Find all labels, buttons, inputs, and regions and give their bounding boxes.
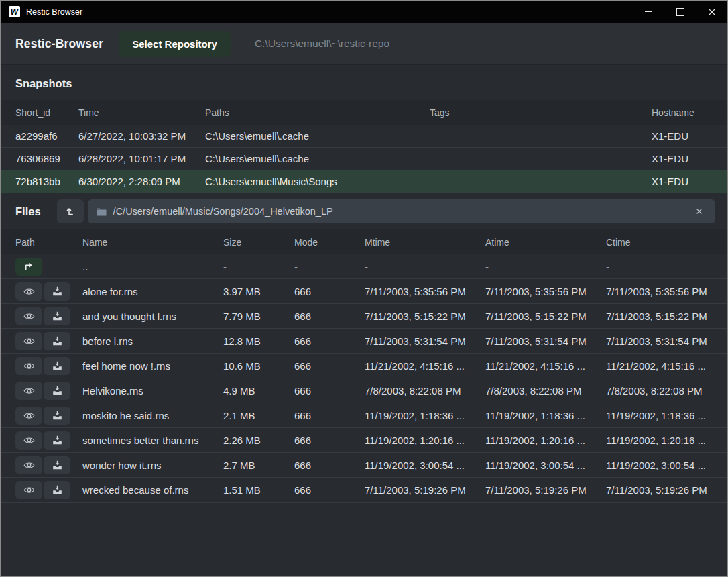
download-file-button[interactable] xyxy=(44,307,70,325)
breadcrumb-path-text: /C/Users/emuell/Music/Songs/2004_Helveti… xyxy=(113,206,333,217)
file-ctime: - xyxy=(606,261,727,272)
file-ctime: 11/19/2002, 3:00:54 ... xyxy=(606,460,727,471)
file-name: feel home now !.rns xyxy=(82,360,223,372)
download-file-button[interactable] xyxy=(44,456,70,474)
preview-file-button[interactable] xyxy=(15,407,42,425)
download-file-button[interactable] xyxy=(44,481,70,499)
file-row: alone for.rns 3.97 MB 666 7/11/2003, 5:3… xyxy=(1,279,727,304)
column-header-ctime: Ctime xyxy=(606,237,727,248)
file-mode: 666 xyxy=(294,335,365,347)
snapshot-short-id: a2299af6 xyxy=(15,130,78,142)
eye-icon xyxy=(23,411,35,420)
clear-path-button[interactable] xyxy=(692,204,707,219)
preview-file-button[interactable] xyxy=(15,431,42,450)
snapshots-table-header: Short_id Time Paths Tags Hostname xyxy=(1,100,727,125)
column-header-hostname: Hostname xyxy=(652,107,727,118)
maximize-button[interactable] xyxy=(664,1,696,23)
go-up-button[interactable] xyxy=(15,258,42,276)
maximize-icon xyxy=(676,8,684,16)
window-titlebar: W Restic Browser xyxy=(1,1,727,23)
download-file-button[interactable] xyxy=(44,407,70,425)
window-title: Restic Browser xyxy=(26,7,82,17)
download-icon xyxy=(52,485,62,494)
file-size: 4.9 MB xyxy=(223,385,294,397)
file-mtime: 11/19/2002, 1:20:16 ... xyxy=(365,435,485,446)
file-atime: 11/21/2002, 4:15:16 ... xyxy=(485,360,606,372)
download-file-button[interactable] xyxy=(44,357,70,375)
preview-file-button[interactable] xyxy=(15,382,42,400)
file-row: and you thought l.rns 7.79 MB 666 7/11/2… xyxy=(1,304,727,329)
download-icon xyxy=(52,311,62,321)
file-atime: 7/11/2003, 5:31:54 PM xyxy=(485,335,606,347)
snapshot-short-id: 72b813bb xyxy=(15,176,78,187)
file-name: and you thought l.rns xyxy=(82,311,223,322)
snapshot-row[interactable]: a2299af6 6/27/2022, 10:03:32 PM C:\Users… xyxy=(1,125,727,148)
path-breadcrumb[interactable]: /C/Users/emuell/Music/Songs/2004_Helveti… xyxy=(88,199,715,223)
snapshot-hostname: X1-EDU xyxy=(652,130,727,142)
download-file-button[interactable] xyxy=(44,431,70,450)
file-size: 7.79 MB xyxy=(223,311,294,322)
preview-file-button[interactable] xyxy=(15,282,42,301)
preview-file-button[interactable] xyxy=(15,307,42,325)
files-table-header: Path Name Size Mode Mtime Atime Ctime xyxy=(1,229,727,254)
download-file-button[interactable] xyxy=(44,332,70,350)
column-header-paths: Paths xyxy=(205,107,430,118)
snapshot-paths: C:\Users\emuell\Music\Songs xyxy=(205,176,430,187)
parent-directory-button[interactable] xyxy=(57,199,84,223)
repository-path-text: C:\Users\emuell\~\restic-repo xyxy=(255,38,389,50)
file-mtime: 11/19/2002, 1:18:36 ... xyxy=(365,410,485,421)
app-window: W Restic Browser Restic-Browser Select R… xyxy=(0,0,728,577)
file-mode: - xyxy=(294,261,365,272)
preview-file-button[interactable] xyxy=(15,357,42,375)
file-atime: 11/19/2002, 1:20:16 ... xyxy=(485,435,606,446)
snapshot-time: 6/28/2022, 10:01:17 PM xyxy=(78,153,205,164)
file-size: - xyxy=(223,261,294,272)
file-mode: 666 xyxy=(294,435,365,446)
preview-file-button[interactable] xyxy=(15,456,42,474)
file-atime: 11/19/2002, 3:00:54 ... xyxy=(485,460,606,471)
file-name: alone for.rns xyxy=(82,286,223,297)
files-heading: Files xyxy=(15,205,41,218)
preview-file-button[interactable] xyxy=(15,481,42,499)
up-right-arrow-icon xyxy=(23,261,34,272)
file-row: sometimes better than.rns 2.26 MB 666 11… xyxy=(1,428,727,453)
snapshot-short-id: 76306869 xyxy=(15,153,78,164)
column-header-mode: Mode xyxy=(294,237,365,248)
file-ctime: 11/21/2002, 4:15:16 ... xyxy=(606,360,727,372)
file-mode: 666 xyxy=(294,460,365,471)
download-file-button[interactable] xyxy=(44,282,70,301)
file-ctime: 11/19/2002, 1:20:16 ... xyxy=(606,435,727,446)
file-row: Helvikone.rns 4.9 MB 666 7/8/2003, 8:22:… xyxy=(1,378,727,403)
file-row: moskito he said.rns 2.1 MB 666 11/19/200… xyxy=(1,403,727,428)
download-file-button[interactable] xyxy=(44,382,70,400)
snapshot-row[interactable]: 76306869 6/28/2022, 10:01:17 PM C:\Users… xyxy=(1,148,727,170)
eye-icon xyxy=(23,337,35,346)
download-icon xyxy=(52,460,62,470)
close-button[interactable] xyxy=(696,1,727,23)
file-size: 2.7 MB xyxy=(223,460,294,471)
file-mtime: 7/11/2003, 5:19:26 PM xyxy=(365,484,485,496)
preview-file-button[interactable] xyxy=(15,332,42,350)
file-ctime: 7/11/2003, 5:15:22 PM xyxy=(606,311,727,322)
file-name: .. xyxy=(82,261,223,272)
app-logo-icon: W xyxy=(9,6,20,17)
file-size: 2.26 MB xyxy=(223,435,294,446)
minimize-button[interactable] xyxy=(633,1,664,23)
column-header-size: Size xyxy=(223,237,294,248)
file-mtime: 11/21/2002, 4:15:16 ... xyxy=(365,360,485,372)
file-ctime: 7/11/2003, 5:35:56 PM xyxy=(606,286,727,297)
file-ctime: 7/11/2003, 5:19:26 PM xyxy=(606,484,727,496)
folder-icon xyxy=(97,207,107,216)
file-mode: 666 xyxy=(294,311,365,322)
window-controls xyxy=(633,1,727,23)
file-mode: 666 xyxy=(294,286,365,297)
snapshot-row[interactable]: 72b813bb 6/30/2022, 2:28:09 PM C:\Users\… xyxy=(1,170,727,193)
file-mtime: 7/11/2003, 5:31:54 PM xyxy=(365,335,485,347)
app-title: Restic-Browser xyxy=(15,37,103,51)
parent-directory-row: .. - - - - - xyxy=(1,254,727,279)
column-header-atime: Atime xyxy=(485,237,606,248)
select-repository-button[interactable]: Select Repository xyxy=(119,31,231,57)
empty-area xyxy=(1,503,727,576)
file-atime: 7/11/2003, 5:15:22 PM xyxy=(485,311,606,322)
column-header-path: Path xyxy=(15,237,82,248)
